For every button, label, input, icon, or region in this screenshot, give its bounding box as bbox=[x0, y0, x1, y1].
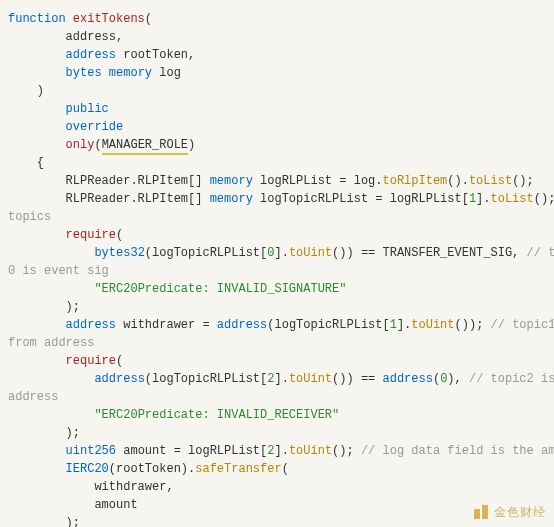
comment: 0 is event sig bbox=[8, 264, 109, 278]
comment: address bbox=[8, 390, 58, 404]
watermark: 金色财经 bbox=[472, 503, 546, 521]
method-call: toList bbox=[469, 174, 512, 188]
method-call: toList bbox=[491, 192, 534, 206]
comment: topics bbox=[8, 210, 51, 224]
keyword-require: require bbox=[66, 354, 116, 368]
code-line: { bbox=[8, 156, 44, 170]
keyword-address: address bbox=[383, 372, 433, 386]
method-call: toUint bbox=[289, 444, 332, 458]
code-line: withdrawer, bbox=[8, 480, 174, 494]
keyword-override: override bbox=[66, 120, 124, 134]
method-call: toUint bbox=[289, 246, 332, 260]
string-literal: "ERC20Predicate: INVALID_SIGNATURE" bbox=[94, 282, 346, 296]
watermark-text: 金色财经 bbox=[494, 503, 546, 521]
code-line: address, bbox=[8, 30, 123, 44]
svg-rect-0 bbox=[474, 509, 480, 519]
code-line: amount bbox=[8, 498, 138, 512]
method-call: toUint bbox=[289, 372, 332, 386]
code-line: ); bbox=[8, 516, 80, 527]
keyword-memory: memory bbox=[109, 66, 152, 80]
comment: // topic1 is bbox=[491, 318, 554, 332]
keyword-public: public bbox=[66, 102, 109, 116]
function-name: exitTokens bbox=[73, 12, 145, 26]
keyword-memory: memory bbox=[210, 192, 253, 206]
watermark-logo-icon bbox=[472, 503, 490, 521]
keyword-uint256: uint256 bbox=[66, 444, 116, 458]
type-ierc20: IERC20 bbox=[66, 462, 109, 476]
keyword-address: address bbox=[66, 48, 116, 62]
comment: // topic bbox=[527, 246, 554, 260]
keyword-address: address bbox=[217, 318, 267, 332]
highlighted-role: MANAGER_ROLE bbox=[102, 138, 188, 155]
keyword-bytes: bytes bbox=[66, 66, 102, 80]
comment: from address bbox=[8, 336, 94, 350]
keyword-bytes32: bytes32 bbox=[94, 246, 144, 260]
method-call: safeTransfer bbox=[195, 462, 281, 476]
code-line: ) bbox=[8, 84, 44, 98]
code-line: ); bbox=[8, 300, 80, 314]
string-literal: "ERC20Predicate: INVALID_RECEIVER" bbox=[94, 408, 339, 422]
keyword-require: require bbox=[66, 228, 116, 242]
code-line: ); bbox=[8, 426, 80, 440]
svg-rect-1 bbox=[482, 505, 488, 519]
comment: // topic2 is to bbox=[469, 372, 554, 386]
modifier-only: only bbox=[66, 138, 95, 152]
code-block: function exitTokens( address, address ro… bbox=[0, 0, 554, 527]
keyword-function: function bbox=[8, 12, 66, 26]
keyword-address: address bbox=[66, 318, 116, 332]
method-call: toRlpItem bbox=[382, 174, 447, 188]
keyword-address: address bbox=[94, 372, 144, 386]
method-call: toUint bbox=[411, 318, 454, 332]
keyword-memory: memory bbox=[210, 174, 253, 188]
number-literal: 1 bbox=[390, 318, 397, 332]
comment: // log data field is the amount bbox=[361, 444, 554, 458]
